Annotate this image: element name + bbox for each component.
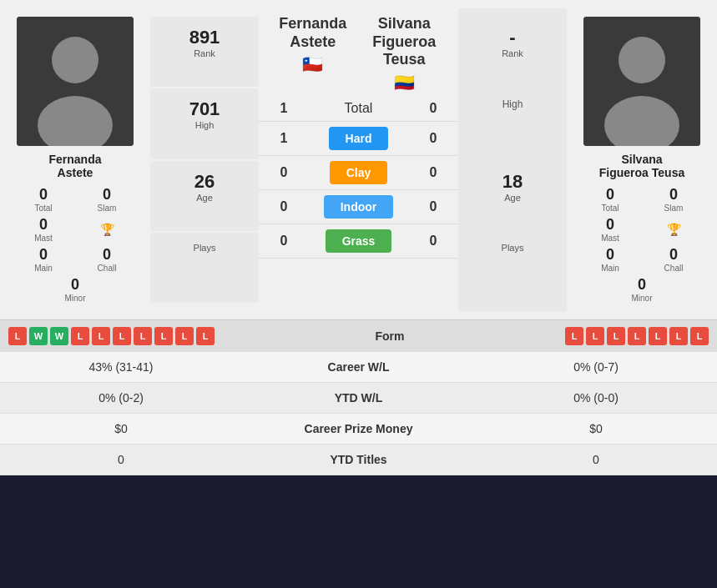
player1-high-number: 701 bbox=[159, 98, 250, 120]
player2-age-card: 18 Age bbox=[458, 161, 567, 231]
player1-total: 0 bbox=[13, 186, 73, 204]
score-table: 1 Total 0 1 Hard 0 0 Clay bbox=[259, 96, 458, 311]
form-badge-p1: L bbox=[134, 327, 152, 345]
player1-minor-box: 0 Minor bbox=[45, 276, 105, 303]
player1-form-badges: LWWLLLLLLL bbox=[8, 327, 215, 345]
player1-chall: 0 bbox=[77, 246, 137, 264]
indoor-badge: Indoor bbox=[324, 195, 394, 219]
hard-p2-score: 0 bbox=[408, 131, 458, 146]
player2-stats: 0 Total 0 Slam 0 Mast 🏆 0 Main bbox=[575, 186, 709, 303]
player2-slam-box: 0 Slam bbox=[644, 186, 704, 213]
player2-chall: 0 bbox=[644, 246, 704, 264]
player1-plays-label: Plays bbox=[159, 243, 250, 253]
player2-stats-column: - Rank High 18 Age Plays bbox=[458, 8, 567, 311]
grass-label: Grass bbox=[309, 229, 408, 253]
player2-avatar bbox=[583, 17, 700, 146]
player1-main-label: Main bbox=[13, 264, 73, 273]
indoor-label: Indoor bbox=[309, 195, 408, 219]
indoor-p2-score: 0 bbox=[408, 199, 458, 214]
player2-main: 0 bbox=[580, 246, 640, 264]
player1-panel: Fernanda Astete 0 Total 0 Slam 0 Mast 🏆 bbox=[0, 8, 150, 311]
player1-minor-label: Minor bbox=[45, 294, 105, 303]
clay-label: Clay bbox=[309, 161, 408, 184]
player1-flag: 🇨🇱 bbox=[267, 54, 359, 74]
player2-slam: 0 bbox=[644, 186, 704, 204]
player2-total-box: 0 Total bbox=[580, 186, 640, 213]
player2-career-prize: $0 bbox=[492, 422, 700, 435]
player1-total-label: Total bbox=[13, 204, 73, 213]
player1-minor: 0 bbox=[45, 276, 105, 294]
player2-ytd-wl: 0% (0-0) bbox=[492, 391, 700, 405]
hard-label: Hard bbox=[309, 127, 408, 150]
player2-age-label: Age bbox=[463, 193, 562, 203]
player2-rank-number: - bbox=[463, 27, 562, 48]
hard-score-row: 1 Hard 0 bbox=[259, 122, 458, 156]
ytd-titles-row: 0 YTD Titles 0 bbox=[0, 445, 717, 475]
main-container: Fernanda Astete 0 Total 0 Slam 0 Mast 🏆 bbox=[0, 0, 717, 475]
player1-trophy: 🏆 bbox=[77, 216, 137, 243]
total-p2-score: 0 bbox=[408, 101, 458, 116]
form-badge-p1: L bbox=[196, 327, 215, 345]
player1-rank-label: Rank bbox=[159, 48, 250, 58]
player2-header-name: Silvana Figueroa Teusa 🇨🇴 bbox=[359, 15, 451, 96]
form-badge-p1: W bbox=[29, 327, 48, 345]
form-badge-p2: L bbox=[669, 327, 688, 345]
player2-high-card: High bbox=[458, 88, 567, 158]
form-badge-p2: L bbox=[565, 327, 583, 345]
bottom-stats: 43% (31-41) Career W/L 0% (0-7) 0% (0-2)… bbox=[0, 352, 717, 475]
player1-header-name: Fernanda Astete 🇨🇱 bbox=[267, 15, 359, 96]
player2-minor: 0 bbox=[612, 276, 672, 294]
player2-plays-card: Plays bbox=[458, 233, 567, 303]
player2-slam-label: Slam bbox=[644, 204, 704, 213]
player1-mast-box: 0 Mast bbox=[13, 216, 73, 243]
player2-rank-card: - Rank bbox=[458, 17, 567, 87]
grass-p2-score: 0 bbox=[408, 234, 458, 249]
form-badge-p2: L bbox=[649, 327, 667, 345]
player1-ytd-titles: 0 bbox=[17, 453, 225, 466]
player2-total: 0 bbox=[580, 186, 640, 204]
player1-slam: 0 bbox=[77, 186, 137, 204]
form-label: Form bbox=[215, 329, 565, 343]
career-wl-label: Career W/L bbox=[225, 360, 492, 374]
indoor-p1-score: 0 bbox=[259, 199, 309, 214]
player1-plays-card: Plays bbox=[150, 233, 259, 303]
player1-main-box: 0 Main bbox=[13, 246, 73, 273]
clay-badge: Clay bbox=[330, 161, 388, 184]
player1-age-card: 26 Age bbox=[150, 161, 259, 231]
player2-age-number: 18 bbox=[463, 171, 562, 193]
center-score-column: Fernanda Astete 🇨🇱 Silvana Figueroa Teus… bbox=[259, 8, 458, 311]
form-badge-p1: L bbox=[154, 327, 173, 345]
player1-career-wl: 43% (31-41) bbox=[17, 360, 225, 374]
form-badge-p1: L bbox=[8, 327, 27, 345]
clay-score-row: 0 Clay 0 bbox=[259, 156, 458, 190]
player1-mast: 0 bbox=[13, 216, 73, 234]
player2-main-box: 0 Main bbox=[580, 246, 640, 273]
grass-p1-score: 0 bbox=[259, 234, 309, 249]
hard-badge: Hard bbox=[329, 127, 389, 150]
player1-mast-label: Mast bbox=[13, 234, 73, 243]
player2-mast-label: Mast bbox=[580, 234, 640, 243]
player1-age-label: Age bbox=[159, 193, 250, 203]
player1-chall-box: 0 Chall bbox=[77, 246, 137, 273]
player2-high-label: High bbox=[463, 98, 562, 110]
player2-minor-box: 0 Minor bbox=[612, 276, 672, 303]
form-badge-p1: L bbox=[71, 327, 89, 345]
form-badge-p1: L bbox=[175, 327, 194, 345]
form-badge-p2: L bbox=[628, 327, 646, 345]
player2-ytd-titles: 0 bbox=[492, 453, 700, 466]
svg-point-4 bbox=[619, 37, 665, 83]
career-prize-label: Career Prize Money bbox=[225, 422, 492, 435]
player2-flag: 🇨🇴 bbox=[359, 73, 451, 93]
career-prize-row: $0 Career Prize Money $0 bbox=[0, 414, 717, 445]
player1-high-label: High bbox=[159, 120, 250, 130]
player1-high-card: 701 High bbox=[150, 88, 259, 158]
hard-p1-score: 1 bbox=[259, 131, 309, 146]
player2-mast: 0 bbox=[580, 216, 640, 234]
player2-form-badges: LLLLLLL bbox=[565, 327, 709, 345]
player1-stats: 0 Total 0 Slam 0 Mast 🏆 0 Main bbox=[8, 186, 142, 303]
player2-career-wl: 0% (0-7) bbox=[492, 360, 700, 374]
player1-name: Fernanda Astete bbox=[48, 153, 101, 179]
player2-mast-box: 0 Mast bbox=[580, 216, 640, 243]
player2-rank-label: Rank bbox=[463, 48, 562, 58]
player1-slam-box: 0 Slam bbox=[77, 186, 137, 213]
